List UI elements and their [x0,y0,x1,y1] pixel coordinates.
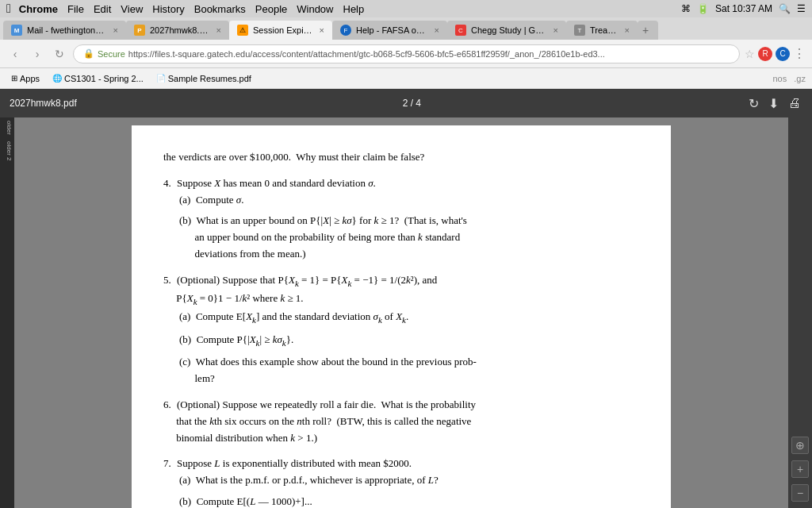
address-input[interactable]: 🔒 Secure https://files.t-square.gatech.e… [73,44,740,64]
problem-5a: (a) Compute E[Xk] and the standard devia… [179,309,639,327]
cs1301-favicon: 🌐 [52,74,62,83]
left-sidebar: older older 2 [0,117,14,508]
tab-chegg-title: Chegg Study | Guided S... [471,25,549,35]
app-name[interactable]: Chrome [19,3,58,15]
problem-5c: (c) What does this example show about th… [179,354,639,387]
right-sidebar: ⊕ + − [788,117,812,508]
pdf-controls: ↻ ⬇ 🖨 [747,94,802,113]
tab-chegg[interactable]: C Chegg Study | Guided S... × [447,21,566,40]
pdf-page-indicator: 2 / 4 [403,98,421,109]
lock-icon: 🔒 [83,48,94,59]
tab-pdf-title: 2027hmwk8.pdf [150,25,212,35]
list-icon[interactable]: ☰ [797,3,806,14]
problem-4b: (b) What is an upper bound on P{|X| ≥ kσ… [179,213,639,262]
tab-pdf-favicon: P [134,25,145,36]
bookmark-star-icon[interactable]: ☆ [745,48,755,60]
tab-mail[interactable]: M Mail - fwethington3@gate... × [3,21,126,40]
extension-icon2[interactable]: C [776,47,790,61]
menu-history[interactable]: History [152,3,184,15]
address-bar: ‹ › ↻ 🔒 Secure https://files.t-square.ga… [0,40,812,68]
problem-7-text: 7. Suppose L is exponentially distribute… [163,456,639,472]
url-text: https://files.t-square.gatech.edu/access… [128,49,605,59]
tab-trea[interactable]: T Trea704 × [566,21,638,40]
menu-view[interactable]: View [121,3,143,15]
problem-7a-text: (a) What is the p.m.f. or p.d.f., whiche… [179,472,639,489]
right-label-2: .gz [794,74,806,83]
problem-5b-text: (b) Compute P{|Xk| ≥ kσk}. [179,332,639,350]
tab-fafsa-favicon: F [340,25,351,36]
tab-chegg-close[interactable]: × [553,25,558,35]
problem-5c-text: (c) What does this example show about th… [179,354,639,387]
wifi-icon: ⌘ [681,3,691,14]
new-tab-button[interactable]: + [638,21,658,40]
pdf-viewer[interactable]: the verdicts are over $100,000. Why must… [14,117,788,508]
tab-pdf[interactable]: P 2027hmwk8.pdf × [126,21,229,40]
bookmark-cs1301[interactable]: 🌐 CS1301 - Spring 2... [48,72,148,85]
zoom-move-button[interactable]: ⊕ [791,437,809,454]
search-icon[interactable]: 🔍 [779,3,791,14]
forward-button[interactable]: › [29,45,46,63]
problem-7b-text: (b) Compute E[(L — 1000)+]... [179,494,639,508]
bookmark-apps[interactable]: ⊞ Apps [6,72,44,85]
tab-bar: M Mail - fwethington3@gate... × P 2027hm… [0,17,812,40]
pdf-print-button[interactable]: 🖨 [787,94,802,112]
extension-icon1[interactable]: R [758,47,772,61]
tab-trea-close[interactable]: × [625,25,630,35]
tab-fafsa-title: Help - FAFSA on the Web... [356,25,430,35]
menu-bookmarks[interactable]: Bookmarks [194,3,246,15]
problem-7: 7. Suppose L is exponentially distribute… [163,456,639,508]
zoom-in-button[interactable]: + [791,460,809,478]
problem-4: 4. Suppose X has mean 0 and standard dev… [163,175,639,263]
problem-4a-text: (a) Compute σ. [179,192,639,209]
tab-trea-title: Trea704 [590,25,620,35]
datetime: Sat 10:37 AM [715,3,772,14]
tab-fafsa[interactable]: F Help - FAFSA on the Web... × [332,21,447,40]
menu-window[interactable]: Window [297,3,333,15]
menu-people[interactable]: People [255,3,287,15]
pdf-download-button[interactable]: ⬇ [767,94,780,113]
problem-5a-text: (a) Compute E[Xk] and the standard devia… [179,309,639,327]
pdf-page: the verdicts are over $100,000. Why must… [132,125,671,508]
tab-fafsa-close[interactable]: × [435,25,439,35]
problem-4a: (a) Compute σ. [179,192,639,209]
tab-session-favicon: ⚠ [237,25,248,36]
new-tab-icon: + [642,24,649,37]
problem-5: 5. (Optional) Suppose that P{Xk = 1} = P… [163,272,639,387]
sidebar-folder-older2[interactable]: older 2 [2,141,13,160]
tab-mail-favicon: M [11,25,22,36]
tab-chegg-favicon: C [455,25,466,36]
pdf-filename: 2027hmwk8.pdf [10,98,77,109]
problem-6-text: 6. (Optional) Suppose we repeatedly roll… [163,397,639,446]
tab-mail-close[interactable]: × [113,25,118,35]
bookmark-resume-label: Sample Resumes.pdf [168,74,251,83]
resume-pdf-icon: 📄 [156,74,166,83]
tab-trea-favicon: T [574,25,585,36]
tab-mail-title: Mail - fwethington3@gate... [27,25,109,35]
apple-menu[interactable]:  [6,2,11,16]
problem-4-text: 4. Suppose X has mean 0 and standard dev… [163,175,639,192]
problem-5b: (b) Compute P{|Xk| ≥ kσk}. [179,332,639,350]
problem-7a: (a) What is the p.m.f. or p.d.f., whiche… [179,472,639,489]
menu-bar-right: ⌘ 🔋 Sat 10:37 AM 🔍 ☰ [681,3,806,14]
main-content-area: older older 2 the verdicts are over $100… [0,117,812,508]
pdf-intro-text: the verdicts are over $100,000. Why must… [163,149,639,166]
bookmark-cs1301-label: CS1301 - Spring 2... [64,74,144,83]
pdf-rotate-button[interactable]: ↻ [747,94,760,113]
pdf-toolbar: 2027hmwk8.pdf 2 / 4 ↻ ⬇ 🖨 [0,89,812,117]
right-label-1: nos [773,74,787,83]
zoom-out-button[interactable]: − [791,484,809,502]
menu-edit[interactable]: Edit [94,3,111,15]
tab-pdf-close[interactable]: × [216,25,221,35]
problem-7b: (b) Compute E[(L — 1000)+]... [179,494,639,508]
sidebar-folder-older[interactable]: older [2,121,13,135]
more-button[interactable]: ⋮ [793,46,806,61]
tab-session-expired[interactable]: ⚠ Session Expired × [229,21,332,40]
reload-button[interactable]: ↻ [51,45,68,63]
bookmark-sample-resumes[interactable]: 📄 Sample Resumes.pdf [151,72,256,85]
menu-file[interactable]: File [67,3,84,15]
address-right-controls: ☆ R C ⋮ [745,46,806,61]
menu-help[interactable]: Help [343,3,365,15]
tab-session-close[interactable]: × [320,25,324,35]
back-button[interactable]: ‹ [6,45,24,63]
secure-label: Secure [98,49,125,59]
